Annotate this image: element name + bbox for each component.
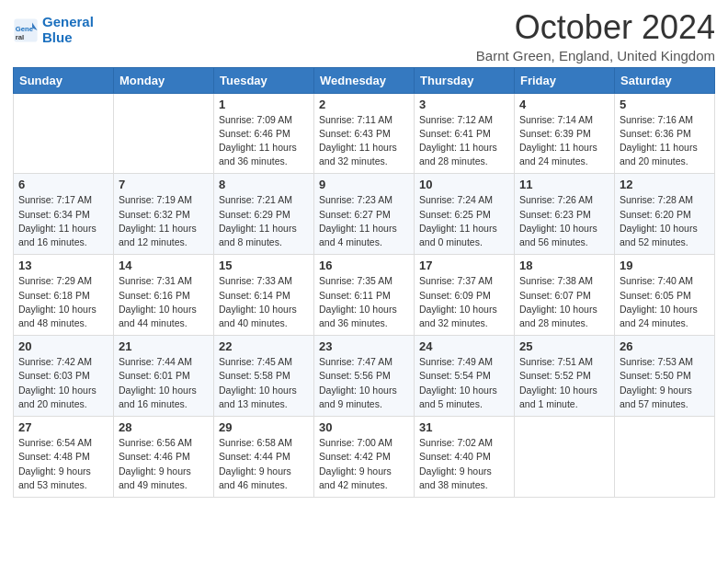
- calendar-cell: 13Sunrise: 7:29 AMSunset: 6:18 PMDayligh…: [14, 255, 114, 336]
- calendar-cell: [14, 93, 114, 174]
- calendar-cell: 22Sunrise: 7:45 AMSunset: 5:58 PMDayligh…: [214, 336, 314, 417]
- day-number: 3: [419, 98, 509, 111]
- calendar-cell: 6Sunrise: 7:17 AMSunset: 6:34 PMDaylight…: [14, 174, 114, 255]
- day-info: Sunrise: 6:54 AMSunset: 4:48 PMDaylight:…: [18, 436, 108, 492]
- logo: Gene ral General Blue: [13, 15, 94, 45]
- calendar-week-row: 6Sunrise: 7:17 AMSunset: 6:34 PMDaylight…: [14, 174, 715, 255]
- calendar-cell: [114, 93, 214, 174]
- day-info: Sunrise: 7:17 AMSunset: 6:34 PMDaylight:…: [18, 193, 108, 249]
- day-info: Sunrise: 7:44 AMSunset: 6:01 PMDaylight:…: [119, 355, 209, 411]
- day-info: Sunrise: 6:56 AMSunset: 4:46 PMDaylight:…: [119, 436, 209, 492]
- location: Barnt Green, England, United Kingdom: [476, 48, 715, 63]
- day-number: 26: [620, 339, 710, 353]
- day-number: 29: [219, 420, 309, 434]
- day-number: 31: [419, 420, 509, 434]
- calendar-cell: 8Sunrise: 7:21 AMSunset: 6:29 PMDaylight…: [214, 174, 314, 255]
- day-info: Sunrise: 7:38 AMSunset: 6:07 PMDaylight:…: [519, 274, 609, 330]
- day-info: Sunrise: 7:33 AMSunset: 6:14 PMDaylight:…: [219, 274, 309, 330]
- calendar-week-row: 27Sunrise: 6:54 AMSunset: 4:48 PMDayligh…: [14, 417, 715, 498]
- day-info: Sunrise: 7:40 AMSunset: 6:05 PMDaylight:…: [620, 274, 710, 330]
- day-number: 30: [319, 420, 409, 434]
- day-number: 2: [319, 98, 409, 111]
- day-info: Sunrise: 7:19 AMSunset: 6:32 PMDaylight:…: [119, 193, 209, 249]
- calendar-cell: 26Sunrise: 7:53 AMSunset: 5:50 PMDayligh…: [615, 336, 715, 417]
- day-number: 7: [119, 178, 209, 191]
- page-container: Gene ral General Blue October 2024 Barnt…: [0, 0, 728, 511]
- day-number: 5: [620, 98, 710, 111]
- day-info: Sunrise: 7:00 AMSunset: 4:42 PMDaylight:…: [319, 436, 409, 492]
- calendar-cell: 1Sunrise: 7:09 AMSunset: 6:46 PMDaylight…: [214, 93, 314, 174]
- calendar-cell: 29Sunrise: 6:58 AMSunset: 4:44 PMDayligh…: [214, 417, 314, 498]
- day-info: Sunrise: 7:47 AMSunset: 5:56 PMDaylight:…: [319, 355, 409, 411]
- calendar-cell: 15Sunrise: 7:33 AMSunset: 6:14 PMDayligh…: [214, 255, 314, 336]
- calendar-cell: 28Sunrise: 6:56 AMSunset: 4:46 PMDayligh…: [114, 417, 214, 498]
- calendar-table: SundayMondayTuesdayWednesdayThursdayFrid…: [13, 67, 715, 498]
- day-info: Sunrise: 7:09 AMSunset: 6:46 PMDaylight:…: [219, 113, 309, 169]
- day-info: Sunrise: 7:49 AMSunset: 5:54 PMDaylight:…: [419, 355, 509, 411]
- day-info: Sunrise: 7:14 AMSunset: 6:39 PMDaylight:…: [519, 113, 609, 169]
- weekday-header: Sunday: [14, 67, 114, 93]
- calendar-cell: 25Sunrise: 7:51 AMSunset: 5:52 PMDayligh…: [515, 336, 615, 417]
- calendar-cell: 18Sunrise: 7:38 AMSunset: 6:07 PMDayligh…: [515, 255, 615, 336]
- logo-blue: Blue: [42, 29, 73, 45]
- calendar-cell: 14Sunrise: 7:31 AMSunset: 6:16 PMDayligh…: [114, 255, 214, 336]
- day-number: 14: [119, 259, 209, 272]
- day-number: 16: [319, 259, 409, 272]
- calendar-week-row: 20Sunrise: 7:42 AMSunset: 6:03 PMDayligh…: [14, 336, 715, 417]
- day-number: 25: [519, 339, 609, 353]
- calendar-cell: 2Sunrise: 7:11 AMSunset: 6:43 PMDaylight…: [314, 93, 415, 174]
- day-number: 1: [219, 98, 309, 111]
- day-number: 19: [620, 259, 710, 272]
- calendar-week-row: 1Sunrise: 7:09 AMSunset: 6:46 PMDaylight…: [14, 93, 715, 174]
- calendar-cell: 23Sunrise: 7:47 AMSunset: 5:56 PMDayligh…: [314, 336, 415, 417]
- day-number: 4: [519, 98, 609, 111]
- calendar-cell: 30Sunrise: 7:00 AMSunset: 4:42 PMDayligh…: [314, 417, 415, 498]
- calendar-cell: 11Sunrise: 7:26 AMSunset: 6:23 PMDayligh…: [515, 174, 615, 255]
- calendar-cell: 5Sunrise: 7:16 AMSunset: 6:36 PMDaylight…: [615, 93, 715, 174]
- day-info: Sunrise: 7:37 AMSunset: 6:09 PMDaylight:…: [419, 274, 509, 330]
- day-number: 27: [18, 420, 108, 434]
- calendar-cell: 7Sunrise: 7:19 AMSunset: 6:32 PMDaylight…: [114, 174, 214, 255]
- calendar-cell: 19Sunrise: 7:40 AMSunset: 6:05 PMDayligh…: [615, 255, 715, 336]
- weekday-header: Wednesday: [314, 67, 415, 93]
- day-info: Sunrise: 6:58 AMSunset: 4:44 PMDaylight:…: [219, 436, 309, 492]
- calendar-cell: 24Sunrise: 7:49 AMSunset: 5:54 PMDayligh…: [415, 336, 515, 417]
- day-number: 8: [219, 178, 309, 191]
- day-info: Sunrise: 7:11 AMSunset: 6:43 PMDaylight:…: [319, 113, 409, 169]
- calendar-cell: 21Sunrise: 7:44 AMSunset: 6:01 PMDayligh…: [114, 336, 214, 417]
- day-info: Sunrise: 7:53 AMSunset: 5:50 PMDaylight:…: [620, 355, 710, 411]
- day-info: Sunrise: 7:02 AMSunset: 4:40 PMDaylight:…: [419, 436, 509, 492]
- calendar-cell: 27Sunrise: 6:54 AMSunset: 4:48 PMDayligh…: [14, 417, 114, 498]
- day-number: 28: [119, 420, 209, 434]
- month-title: October 2024: [476, 9, 715, 46]
- svg-text:ral: ral: [16, 32, 24, 40]
- day-number: 15: [219, 259, 309, 272]
- day-number: 6: [18, 178, 108, 191]
- day-number: 11: [519, 178, 609, 191]
- day-number: 20: [18, 339, 108, 353]
- weekday-header-row: SundayMondayTuesdayWednesdayThursdayFrid…: [14, 67, 715, 93]
- logo-icon: Gene ral: [13, 17, 39, 43]
- title-block: October 2024 Barnt Green, England, Unite…: [476, 9, 715, 63]
- weekday-header: Monday: [114, 67, 214, 93]
- calendar-cell: 31Sunrise: 7:02 AMSunset: 4:40 PMDayligh…: [415, 417, 515, 498]
- weekday-header: Thursday: [415, 67, 515, 93]
- day-number: 22: [219, 339, 309, 353]
- weekday-header: Saturday: [615, 67, 715, 93]
- day-info: Sunrise: 7:42 AMSunset: 6:03 PMDaylight:…: [18, 355, 108, 411]
- calendar-cell: 20Sunrise: 7:42 AMSunset: 6:03 PMDayligh…: [14, 336, 114, 417]
- day-number: 21: [119, 339, 209, 353]
- calendar-cell: 4Sunrise: 7:14 AMSunset: 6:39 PMDaylight…: [515, 93, 615, 174]
- day-info: Sunrise: 7:12 AMSunset: 6:41 PMDaylight:…: [419, 113, 509, 169]
- day-number: 13: [18, 259, 108, 272]
- day-number: 23: [319, 339, 409, 353]
- day-number: 17: [419, 259, 509, 272]
- day-info: Sunrise: 7:51 AMSunset: 5:52 PMDaylight:…: [519, 355, 609, 411]
- day-info: Sunrise: 7:26 AMSunset: 6:23 PMDaylight:…: [519, 193, 609, 249]
- day-info: Sunrise: 7:45 AMSunset: 5:58 PMDaylight:…: [219, 355, 309, 411]
- day-number: 24: [419, 339, 509, 353]
- day-info: Sunrise: 7:21 AMSunset: 6:29 PMDaylight:…: [219, 193, 309, 249]
- calendar-cell: 10Sunrise: 7:24 AMSunset: 6:25 PMDayligh…: [415, 174, 515, 255]
- calendar-cell: [515, 417, 615, 498]
- weekday-header: Tuesday: [214, 67, 314, 93]
